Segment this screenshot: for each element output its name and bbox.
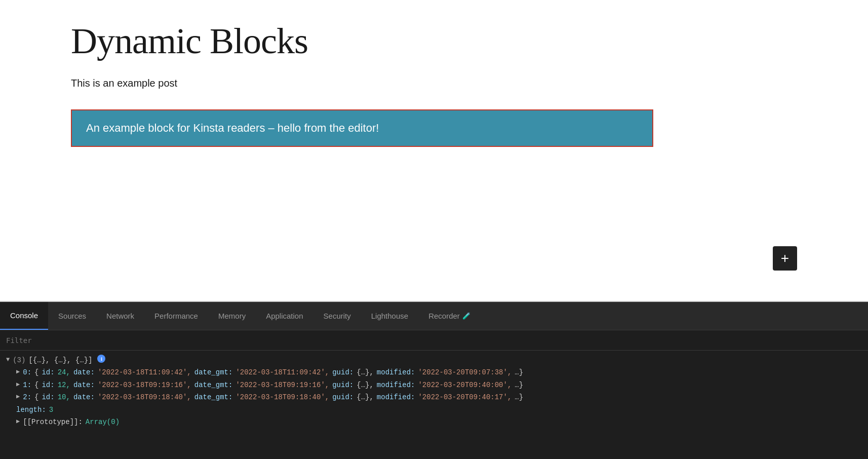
console-output: ▼ (3) [{…}, {…}, {…}] i ▶ 0: {id: 24, da… [0, 351, 868, 459]
length-val: 3 [49, 404, 53, 415]
console-line-item1: ▶ 1: {id: 12, date: '2022-03-18T09:19:16… [6, 379, 862, 391]
item2-key: 2: [23, 392, 31, 403]
item1-guid-val: {…}, [357, 379, 374, 391]
item1-dategmt-val: '2022-03-18T09:19:16', [235, 379, 329, 391]
item2-guid-key: guid: [332, 392, 353, 403]
item1-brace-open: { [34, 379, 38, 391]
item0-date-val: '2022-03-18T11:09:42', [98, 367, 191, 378]
item0-modified-key: modified: [377, 367, 415, 378]
item0-rest: …} [515, 367, 523, 378]
tab-performance[interactable]: Performance [144, 302, 208, 330]
tab-memory[interactable]: Memory [208, 302, 256, 330]
console-line-item0: ▶ 0: {id: 24, date: '2022-03-18T11:09:42… [6, 367, 862, 378]
item2-dategmt-key: date_gmt: [194, 392, 233, 403]
item0-guid-val: {…}, [357, 367, 374, 378]
recorder-icon: 🧪 [462, 312, 470, 320]
item1-date-val: '2022-03-18T09:19:16', [98, 379, 191, 391]
prototype-text: [[Prototype]]: [23, 416, 83, 428]
item0-dategmt-val: '2022-03-18T11:09:42', [235, 367, 329, 378]
item1-rest: …} [515, 379, 523, 391]
filter-bar [0, 330, 868, 351]
prototype-val: Array(0) [86, 416, 120, 428]
tab-sources[interactable]: Sources [48, 302, 96, 330]
tab-recorder[interactable]: Recorder 🧪 [418, 302, 481, 330]
item2-modified-val: '2022-03-20T09:40:17', [418, 392, 511, 403]
item1-guid-key: guid: [332, 379, 353, 391]
page-content: Dynamic Blocks This is an example post A… [0, 0, 868, 301]
item1-id-key: id: [42, 379, 54, 391]
console-line-length: length: 3 [6, 404, 862, 415]
item0-date-key: date: [73, 367, 95, 378]
item2-modified-key: modified: [377, 392, 415, 403]
length-key: length: [16, 404, 46, 415]
example-block: An example block for Kinsta readers – he… [71, 109, 653, 147]
expand-arrow-0[interactable]: ▶ [16, 367, 20, 377]
item1-date-key: date: [73, 379, 95, 391]
item2-rest: …} [515, 392, 523, 403]
item0-id-key: id: [42, 367, 54, 378]
item2-id-val: 10, [58, 392, 70, 403]
expand-arrow-array[interactable]: ▼ [6, 355, 10, 365]
tab-lighthouse[interactable]: Lighthouse [361, 302, 418, 330]
console-line-prototype: ▶ [[Prototype]]: Array(0) [6, 416, 862, 428]
item1-dategmt-key: date_gmt: [194, 379, 233, 391]
item2-brace-open: { [34, 392, 38, 403]
item1-modified-val: '2022-03-20T09:40:00', [418, 379, 511, 391]
info-icon[interactable]: i [97, 355, 105, 363]
item0-key: 0: [23, 367, 31, 378]
tab-console[interactable]: Console [0, 302, 48, 330]
add-block-button[interactable]: + [773, 246, 797, 271]
filter-input[interactable] [6, 336, 862, 345]
item0-id-val: 24, [58, 367, 70, 378]
tab-security[interactable]: Security [313, 302, 361, 330]
tab-application[interactable]: Application [256, 302, 313, 330]
page-title: Dynamic Blocks [71, 20, 797, 62]
console-line-array: ▼ (3) [{…}, {…}, {…}] i [6, 355, 862, 366]
devtools-tabs: Console Sources Network Performance Memo… [0, 302, 868, 330]
item2-id-key: id: [42, 392, 54, 403]
item0-brace-open: { [34, 367, 38, 378]
expand-arrow-prototype[interactable]: ▶ [16, 417, 20, 427]
item1-modified-key: modified: [377, 379, 415, 391]
devtools-panel: Console Sources Network Performance Memo… [0, 302, 868, 459]
item0-guid-key: guid: [332, 367, 353, 378]
tab-network[interactable]: Network [96, 302, 144, 330]
page-subtitle: This is an example post [71, 78, 797, 89]
item1-id-val: 12, [58, 379, 70, 391]
console-line-item2: ▶ 2: {id: 10, date: '2022-03-18T09:18:40… [6, 392, 862, 403]
array-preview: [{…}, {…}, {…}] [28, 355, 92, 366]
item0-modified-val: '2022-03-20T09:07:38', [418, 367, 511, 378]
item0-dategmt-key: date_gmt: [194, 367, 233, 378]
item2-date-val: '2022-03-18T09:18:40', [98, 392, 191, 403]
item2-dategmt-val: '2022-03-18T09:18:40', [235, 392, 329, 403]
item2-guid-val: {…}, [357, 392, 374, 403]
expand-arrow-1[interactable]: ▶ [16, 380, 20, 390]
item2-date-key: date: [73, 392, 95, 403]
array-count: (3) [13, 355, 25, 366]
expand-arrow-2[interactable]: ▶ [16, 392, 20, 402]
item1-key: 1: [23, 379, 31, 391]
